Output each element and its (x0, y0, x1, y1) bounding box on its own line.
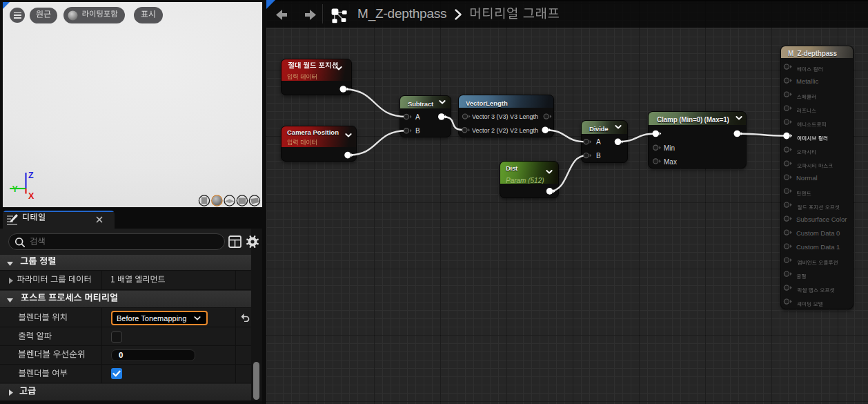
svg-text:Y: Y (12, 184, 19, 194)
svg-text:X: X (28, 191, 34, 201)
svg-text:Z: Z (28, 171, 34, 180)
